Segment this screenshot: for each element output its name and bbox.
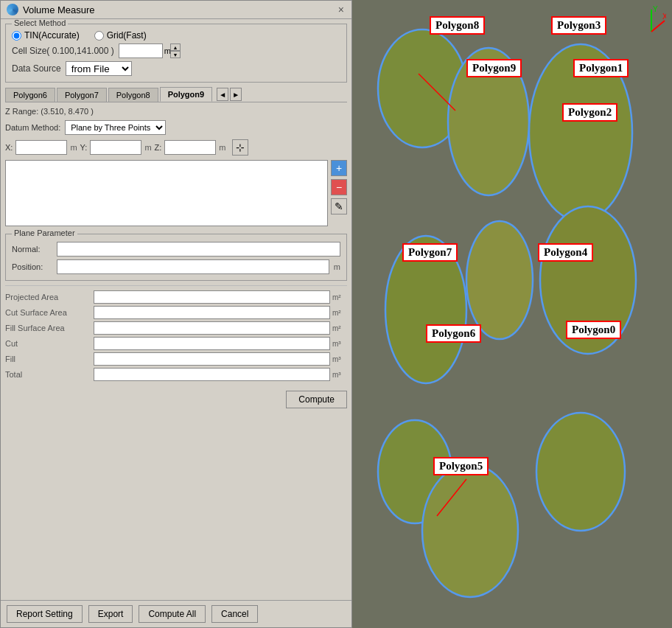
data-source-select[interactable]: from File	[66, 61, 132, 76]
tin-radio[interactable]	[12, 31, 21, 41]
y-unit: m	[144, 143, 151, 152]
cell-size-row: Cell Size( 0.100,141.000 ) 0.5000 m ▲ ▼	[12, 43, 340, 58]
points-buttons: + − ✎	[331, 160, 347, 226]
points-textarea[interactable]	[5, 160, 328, 226]
cancel-button[interactable]: Cancel	[211, 605, 258, 623]
spinner-buttons: ▲ ▼	[170, 43, 181, 58]
spinner-down[interactable]: ▼	[170, 51, 181, 58]
tab-polygon9[interactable]: Polygon9	[160, 87, 213, 102]
edit-point-button[interactable]: ✎	[331, 198, 347, 214]
select-method-group: Select Method TIN(Accurate) Grid(Fast) C…	[5, 24, 347, 83]
position-row: Position: m	[12, 259, 340, 274]
tab-polygon6[interactable]: Polygon6	[5, 88, 55, 102]
grid-radio[interactable]	[94, 31, 104, 41]
group-label: Select Method	[12, 19, 68, 27]
projected-area-unit: m²	[332, 293, 347, 301]
z-label: Z:	[155, 143, 162, 152]
x-label: X:	[5, 143, 13, 152]
fill-surface-area-unit: m²	[332, 324, 347, 332]
grid-label: Grid(Fast)	[107, 30, 147, 41]
plane-param-label: Plane Parameter	[12, 228, 77, 237]
compute-all-button[interactable]: Compute All	[139, 605, 206, 623]
projected-area-row: Projected Area m²	[5, 290, 347, 304]
z-input[interactable]	[164, 140, 216, 155]
tab-polygon7[interactable]: Polygon7	[57, 88, 107, 102]
svg-line-16	[651, 21, 665, 32]
total-row: Total m³	[5, 368, 347, 381]
position-unit: m	[334, 262, 340, 271]
z-unit: m	[219, 143, 225, 152]
cell-size-label: Cell Size( 0.100,141.000 )	[12, 46, 114, 56]
axis-indicator: Y X	[637, 6, 666, 38]
cut-surface-area-input	[94, 306, 330, 319]
cut-surface-area-unit: m²	[332, 309, 347, 317]
fill-label: Fill	[5, 355, 94, 363]
fill-surface-area-row: Fill Surface Area m²	[5, 321, 347, 335]
cut-label: Cut	[5, 339, 94, 348]
title-bar-left: Volume Measure	[7, 4, 95, 15]
fill-unit: m³	[332, 355, 347, 363]
fill-row: Fill m³	[5, 352, 347, 366]
method-row: TIN(Accurate) Grid(Fast)	[12, 30, 340, 41]
cell-size-spinner: 0.5000 m ▲ ▼	[119, 43, 181, 58]
report-setting-button[interactable]: Report Setting	[7, 605, 83, 623]
polygon-label-4: Polygon4	[538, 243, 593, 262]
x-unit: m	[70, 143, 77, 152]
remove-point-button[interactable]: −	[331, 179, 347, 195]
data-source-label: Data Source	[12, 63, 61, 74]
tin-radio-label[interactable]: TIN(Accurate)	[12, 30, 80, 41]
polygon-label-1: Polygon1	[573, 59, 629, 77]
tab-arrows: ◄ ►	[217, 88, 242, 101]
normal-row: Normal:	[12, 242, 340, 257]
close-button[interactable]: ×	[337, 4, 346, 15]
total-input	[94, 368, 330, 381]
spinner-up[interactable]: ▲	[170, 43, 181, 51]
fill-input	[94, 352, 330, 366]
projected-area-input	[94, 290, 330, 304]
y-input[interactable]	[90, 140, 141, 155]
x-input[interactable]	[15, 140, 67, 155]
main-area: Z Range: (3.510, 8.470 ) Datum Method: P…	[5, 107, 347, 596]
grid-radio-label[interactable]: Grid(Fast)	[94, 30, 147, 41]
normal-label: Normal:	[12, 245, 52, 254]
compute-button[interactable]: Compute	[286, 391, 347, 408]
tab-prev-arrow[interactable]: ◄	[217, 88, 228, 101]
polygon-label-3: Polygon3	[551, 16, 606, 35]
polygon-label-5: Polygon5	[433, 457, 489, 475]
polygon-label-2: Polygon2	[562, 103, 617, 122]
tabs-row: Polygon6 Polygon7 Polygon8 Polygon9 ◄ ►	[5, 87, 347, 102]
cut-surface-area-label: Cut Surface Area	[5, 308, 94, 317]
cut-row: Cut m³	[5, 337, 347, 350]
map-area: Polygon8 Polygon3 Polygon9 Polygon1 Poly…	[352, 0, 672, 628]
app-icon	[7, 4, 18, 15]
title-bar: Volume Measure ×	[1, 1, 351, 19]
cell-size-input[interactable]: 0.5000	[119, 43, 163, 58]
compute-row: Compute	[5, 391, 347, 408]
total-unit: m³	[332, 371, 347, 379]
cut-surface-area-row: Cut Surface Area m²	[5, 306, 347, 319]
polygon-label-0: Polygon0	[566, 321, 621, 339]
normal-input[interactable]	[57, 242, 340, 257]
polygon-label-8: Polygon8	[430, 16, 485, 35]
polygon-label-6: Polygon6	[426, 324, 481, 343]
export-button[interactable]: Export	[88, 605, 133, 623]
cursor-pick-button[interactable]: ⊹	[232, 139, 248, 156]
fill-surface-area-input	[94, 321, 330, 335]
polygon-label-7: Polygon7	[402, 243, 458, 262]
position-label: Position:	[12, 262, 52, 271]
polygon-label-9: Polygon9	[466, 59, 522, 77]
cut-unit: m³	[332, 340, 347, 348]
tab-polygon8[interactable]: Polygon8	[108, 88, 158, 102]
tin-label: TIN(Accurate)	[24, 30, 80, 41]
position-input[interactable]	[57, 259, 329, 274]
plane-parameter-group: Plane Parameter Normal: Position: m	[5, 234, 347, 281]
volume-measure-panel: Volume Measure × Select Method TIN(Accur…	[0, 0, 352, 628]
tab-next-arrow[interactable]: ►	[230, 88, 242, 101]
bottom-bar: Report Setting Export Compute All Cancel	[1, 600, 351, 627]
datum-method-select[interactable]: Plane by Three Points	[65, 120, 166, 135]
z-range-display: Z Range: (3.510, 8.470 )	[5, 107, 347, 116]
fill-surface-area-label: Fill Surface Area	[5, 324, 94, 332]
window-title: Volume Measure	[23, 4, 95, 15]
add-point-button[interactable]: +	[331, 160, 347, 176]
results-area: Projected Area m² Cut Surface Area m² Fi…	[5, 285, 347, 383]
